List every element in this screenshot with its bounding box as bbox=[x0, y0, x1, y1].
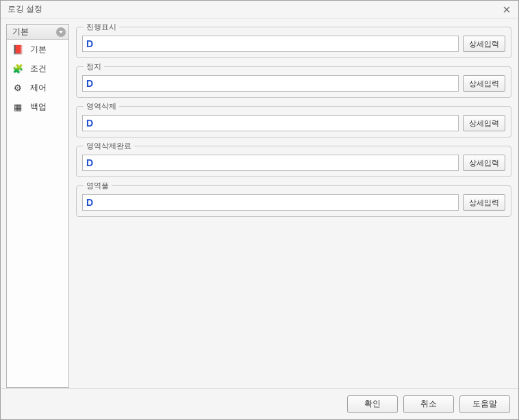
field-legend: 진행표시 bbox=[84, 24, 119, 32]
field-input[interactable] bbox=[97, 76, 458, 91]
level-badge: D bbox=[83, 116, 97, 131]
sidebar-item-label: 조건 bbox=[30, 63, 47, 75]
dialog-body: 기본 📕 기본 🧩 조건 ⚙ 제어 ▦ 백업 bbox=[1, 18, 518, 388]
detail-button[interactable]: 상세입력 bbox=[463, 36, 505, 52]
field-legend: 영역삭제 bbox=[84, 101, 119, 111]
close-icon[interactable] bbox=[501, 3, 513, 16]
field-row: D 상세입력 bbox=[82, 194, 505, 211]
detail-button[interactable]: 상세입력 bbox=[463, 115, 505, 131]
level-badge: D bbox=[83, 155, 97, 170]
field-input-wrap: D bbox=[82, 75, 459, 92]
detail-button[interactable]: 상세입력 bbox=[463, 155, 505, 171]
field-legend: 영역삭제완료 bbox=[84, 141, 134, 151]
chevron-down-icon bbox=[56, 27, 66, 37]
help-button[interactable]: 도움말 bbox=[459, 395, 510, 413]
field-progress: 진행표시 D 상세입력 bbox=[76, 27, 511, 58]
sidebar-item-control[interactable]: ⚙ 제어 bbox=[7, 78, 68, 97]
field-input[interactable] bbox=[97, 155, 458, 170]
field-input-wrap: D bbox=[82, 194, 459, 211]
field-row: D 상세입력 bbox=[82, 155, 505, 171]
field-area-delete-complete: 영역삭제완료 D 상세입력 bbox=[76, 146, 511, 177]
ok-button[interactable]: 확인 bbox=[347, 395, 398, 413]
sidebar-item-basic[interactable]: 📕 기본 bbox=[7, 40, 68, 59]
sidebar-header[interactable]: 기본 bbox=[7, 25, 68, 40]
field-input[interactable] bbox=[97, 36, 458, 51]
field-input[interactable] bbox=[97, 195, 458, 210]
window-title: 로깅 설정 bbox=[8, 3, 42, 15]
logging-settings-dialog: 로깅 설정 기본 📕 기본 🧩 조건 ⚙ 제어 bbox=[0, 0, 519, 420]
main-panel: 진행표시 D 상세입력 정지 D 상세입력 bbox=[75, 24, 513, 388]
field-legend: 정지 bbox=[84, 62, 104, 72]
field-row: D 상세입력 bbox=[82, 115, 505, 131]
detail-button[interactable]: 상세입력 bbox=[463, 194, 505, 211]
grid-icon: ▦ bbox=[12, 101, 23, 112]
gear-icon: ⚙ bbox=[12, 82, 23, 93]
level-badge: D bbox=[83, 36, 97, 51]
field-legend: 영역풀 bbox=[84, 181, 112, 191]
field-stop: 정지 D 상세입력 bbox=[76, 66, 511, 98]
field-area-delete: 영역삭제 D 상세입력 bbox=[76, 106, 511, 137]
field-input[interactable] bbox=[97, 116, 458, 131]
sidebar-item-condition[interactable]: 🧩 조건 bbox=[7, 59, 68, 78]
sidebar-item-label: 기본 bbox=[30, 44, 47, 55]
sidebar-item-backup[interactable]: ▦ 백업 bbox=[7, 97, 68, 116]
dialog-footer: 확인 취소 도움말 bbox=[1, 388, 518, 419]
field-input-wrap: D bbox=[82, 115, 459, 131]
level-badge: D bbox=[83, 195, 97, 210]
level-badge: D bbox=[83, 76, 97, 91]
field-row: D 상세입력 bbox=[82, 36, 505, 52]
field-row: D 상세입력 bbox=[82, 75, 505, 92]
cancel-button[interactable]: 취소 bbox=[403, 395, 454, 413]
field-input-wrap: D bbox=[82, 155, 459, 171]
field-input-wrap: D bbox=[82, 36, 459, 52]
sidebar-item-label: 백업 bbox=[30, 101, 47, 113]
detail-button[interactable]: 상세입력 bbox=[463, 75, 505, 92]
titlebar: 로깅 설정 bbox=[1, 1, 518, 18]
book-icon: 📕 bbox=[12, 44, 23, 55]
sidebar-header-label: 기본 bbox=[12, 26, 29, 38]
field-area-pool: 영역풀 D 상세입력 bbox=[76, 185, 511, 217]
puzzle-icon: 🧩 bbox=[12, 63, 23, 74]
sidebar: 기본 📕 기본 🧩 조건 ⚙ 제어 ▦ 백업 bbox=[6, 24, 69, 388]
sidebar-item-label: 제어 bbox=[30, 82, 47, 94]
